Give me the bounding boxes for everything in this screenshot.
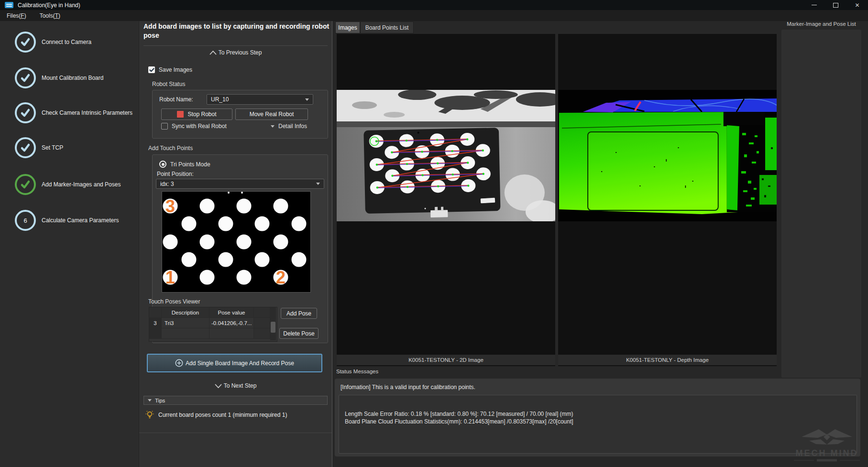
check-icon: [19, 107, 32, 119]
pose-value-cell: -0.041206,-0.7...: [209, 318, 254, 328]
board-number-top-left: 3: [165, 196, 175, 216]
check-icon: [19, 72, 32, 84]
photo-depth-image: [558, 90, 777, 221]
board-number-bottom-right: 2: [276, 268, 286, 287]
marker-list-title: Marker-Image and Pose List: [781, 21, 861, 27]
robot-name-select[interactable]: UR_10: [207, 94, 313, 105]
image-panel-depth: K0051-TESTONLY - Depth Image: [558, 34, 777, 366]
robot-name-label: Robot Name:: [159, 96, 193, 103]
checkbox-unchecked-icon: [161, 123, 168, 130]
divider: [143, 45, 328, 46]
step-calculate-camera-parameters[interactable]: 6 Calculate Camera Parameters: [0, 209, 139, 231]
caption-depth-image: K0051-TESTONLY - Depth Image: [558, 355, 777, 365]
table-header-pose-value: Pose value: [209, 307, 254, 318]
status-info-text: [Infomation] This is a valid input for c…: [341, 384, 475, 391]
move-real-robot-button[interactable]: Move Real Robot: [235, 109, 308, 120]
pose-description-cell: Tri3: [162, 318, 209, 328]
add-pose-button[interactable]: Add Pose: [281, 308, 317, 319]
scrollbar-thumb[interactable]: [271, 322, 275, 333]
maximize-icon: [833, 3, 838, 8]
add-board-image-button[interactable]: Add Single Board Image And Record Pose: [147, 354, 322, 372]
pose-table-row[interactable]: 3 Tri3 -0.041206,-0.7...: [149, 318, 277, 328]
marker-list-panel[interactable]: [781, 30, 861, 378]
watermark-logo: MECH MIND: [789, 426, 865, 467]
sync-label: Sync with Real Robot: [172, 123, 227, 130]
stop-icon: [177, 111, 184, 118]
board-preview-image: 3 1 2: [162, 191, 311, 293]
window-title: Calibration(Eye in Hand): [18, 2, 80, 9]
chevron-down-icon: [305, 98, 309, 101]
close-icon: ✕: [855, 2, 859, 9]
save-images-checkbox[interactable]: Save Images: [148, 66, 192, 73]
add-touch-points-label: Add Touch Points: [148, 145, 193, 152]
step-status-icon: [15, 174, 36, 195]
maximize-button[interactable]: [825, 0, 846, 10]
tip-row: Current board poses count 1 (minimum req…: [145, 410, 327, 420]
step-add-marker-images[interactable]: Add Marker-Images and Poses: [0, 174, 139, 195]
step-status-icon: 6: [15, 210, 36, 231]
touch-poses-viewer-label: Touch Poses Viewer: [148, 298, 200, 305]
touch-poses-table: Description Pose value 3 Tri3 -0.041206,…: [149, 307, 277, 342]
tab-board-points-list[interactable]: Board Points List: [360, 22, 414, 33]
chevron-up-icon: [209, 51, 217, 55]
to-next-step[interactable]: To Next Step: [143, 382, 328, 389]
status-line-2: Board Plane Cloud Fluctuation Statistics…: [345, 418, 573, 425]
delete-pose-button[interactable]: Delete Pose: [279, 328, 319, 339]
radio-selected-icon: [159, 161, 166, 168]
minimize-icon: [812, 5, 817, 5]
checkbox-checked-icon: [148, 66, 155, 73]
table-header-description: Description: [162, 307, 209, 318]
chevron-down-icon: [316, 183, 320, 185]
close-button[interactable]: ✕: [846, 0, 868, 10]
step-status-icon: [15, 137, 36, 158]
tips-header[interactable]: Tips: [143, 396, 328, 405]
sync-with-real-robot-checkbox[interactable]: Sync with Real Robot: [161, 123, 227, 130]
status-messages-label: Status Messages: [336, 369, 378, 374]
tips-caret-icon: [148, 399, 152, 402]
status-line-1: Length Scale Error Ratio: 0.18 % [standa…: [345, 411, 573, 417]
table-header-row: Description Pose value: [149, 307, 277, 318]
tab-images[interactable]: Images: [335, 22, 360, 33]
point-position-label: Point Position:: [157, 171, 194, 177]
step-mount-calibration-board[interactable]: Mount Calibration Board: [0, 67, 139, 89]
status-detail-box: Length Scale Error Ratio: 0.18 % [standa…: [339, 395, 857, 454]
step-connect-to-camera[interactable]: Connect to Camera: [0, 31, 139, 53]
tip-text: Current board poses count 1 (minimum req…: [158, 412, 287, 418]
chevron-down-icon: [215, 384, 222, 388]
caption-2d-image: K0051-TESTONLY - 2D Image: [337, 355, 555, 365]
save-images-label: Save Images: [159, 66, 192, 73]
table-scrollbar[interactable]: [270, 307, 276, 340]
calibration-window: Calibration(Eye in Hand) ✕ Files(F) Tool…: [0, 0, 868, 467]
to-previous-step[interactable]: To Previous Step: [143, 49, 328, 56]
page-title: Add board images to list by capturing an…: [143, 22, 331, 40]
stop-robot-button[interactable]: Stop Robot: [161, 109, 232, 120]
step-status-icon: [15, 67, 36, 88]
step-set-tcp[interactable]: Set TCP: [0, 137, 139, 159]
steps-sidebar: Connect to Camera Mount Calibration Boar…: [0, 21, 139, 467]
empty-table-row: [149, 328, 277, 339]
step-status-icon: [15, 32, 36, 53]
check-icon: [19, 178, 32, 191]
plus-circle-icon: [175, 359, 183, 367]
point-position-select[interactable]: idx: 3: [156, 179, 324, 189]
check-icon: [19, 36, 32, 48]
minimize-button[interactable]: [803, 0, 825, 10]
app-icon: [5, 2, 13, 8]
menu-item-tools[interactable]: Tools(T): [33, 10, 67, 21]
divider: [139, 433, 332, 433]
robot-status-label: Robot Status: [152, 81, 185, 87]
menu-item-files[interactable]: Files(F): [0, 10, 33, 21]
lightbulb-icon: [145, 410, 154, 420]
menubar: Files(F) Tools(T): [0, 10, 868, 22]
watermark-text: MECH MIND: [796, 448, 858, 458]
photo-2d-image: [337, 90, 555, 221]
board-number-bottom-left: 1: [165, 268, 175, 287]
check-icon: [19, 141, 32, 154]
detail-infos-dropdown[interactable]: Detail Infos: [271, 123, 307, 130]
step-check-camera-intrinsic[interactable]: Check Camera Intrinsic Parameters: [0, 102, 139, 124]
tri-points-mode-radio[interactable]: Tri Points Mode: [159, 161, 210, 168]
step-status-icon: [15, 102, 36, 123]
status-panel: [Infomation] This is a valid input for c…: [335, 379, 860, 456]
image-panel-2d: K0051-TESTONLY - 2D Image: [337, 34, 555, 366]
window-titlebar: Calibration(Eye in Hand): [0, 0, 868, 10]
